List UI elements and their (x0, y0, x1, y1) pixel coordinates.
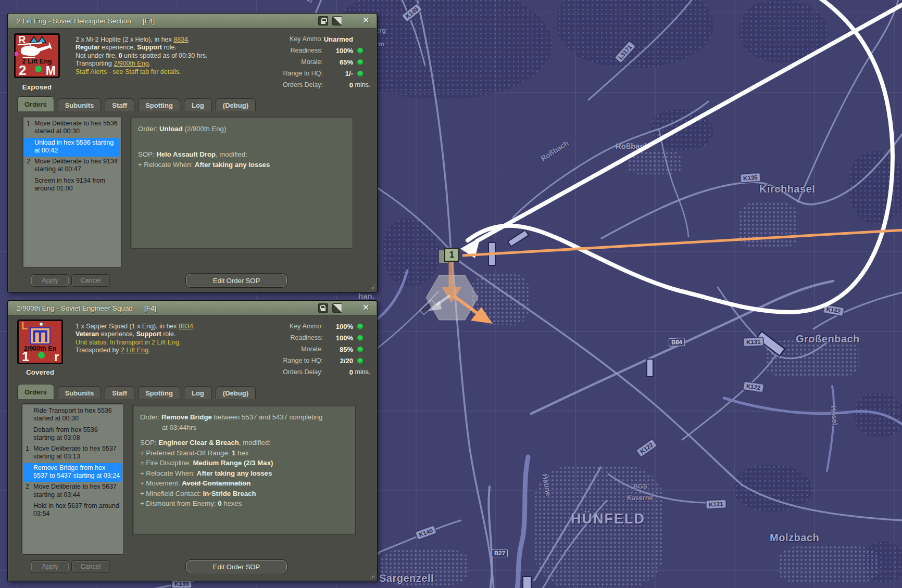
waypoint-marker[interactable]: 1 (444, 248, 459, 262)
counter-size-letter: M (46, 64, 56, 78)
order-item[interactable]: 1 Move Deliberate to hex 5537 starting a… (23, 444, 122, 463)
stat-row: Orders Delay: 0 mins. (283, 366, 373, 378)
unit-counter: L 2/900th En 1 r (17, 319, 63, 364)
posture-label: Exposed (14, 83, 60, 91)
tab-bar: OrdersSubunitsStaffSpottingLog(Debug) (17, 96, 256, 111)
window-titlebar[interactable]: 2/900th Eng - Soviet Engineer Squad [F4]… (8, 301, 377, 316)
window-title: 2 Lift Eng - Soviet Helicopter Section (17, 17, 131, 25)
resize-grip[interactable] (369, 573, 375, 579)
status-dot (357, 358, 363, 364)
counter-marker (15, 52, 18, 56)
unit-info-line: Unit status: InTransport in 2 Lift Eng. (76, 339, 253, 347)
tab[interactable]: Orders (17, 96, 54, 111)
fkey-label: [F4] (143, 17, 155, 25)
stat-row: Readiness: 100% (283, 45, 373, 56)
counter-strength: 1 (22, 349, 29, 365)
order-item[interactable]: Remove Bridge from hex 5537 to 5437 star… (23, 463, 122, 482)
tab[interactable]: Staff (105, 98, 134, 111)
order-item[interactable]: Ride Transport to hex 5536 started at 00… (23, 406, 122, 425)
stat-row: Morale: 65% (283, 56, 373, 68)
unit-info-line: Not under fire, 0 units spotted as of 00… (76, 52, 253, 60)
unit-stats: Key Ammo: 100% Readiness: 100% Morale: 8… (283, 321, 373, 378)
status-dot (357, 347, 363, 352)
unit-window-helicopter: 2 Lift Eng - Soviet Helicopter Section [… (7, 13, 378, 292)
tab[interactable]: (Debug) (216, 386, 256, 399)
unit-info-line: 2 x Mi-2 Hoplite (2 x Helo), in hex 8834… (76, 36, 253, 44)
order-details: Order: Remove Bridge between 5537 and 54… (132, 405, 356, 535)
status-dot (357, 71, 363, 76)
stat-row: Key Ammo: Unarmed (283, 33, 373, 45)
tab[interactable]: Subunits (58, 98, 102, 111)
unit-counter: R 2 Lift Eng 2 M (14, 33, 60, 78)
orders-list[interactable]: Ride Transport to hex 5536 started at 00… (21, 403, 124, 555)
stat-row: Readiness: 100% (283, 332, 373, 343)
tab[interactable]: Spotting (138, 386, 180, 399)
order-item[interactable]: Unload in hex 5536 starting at 00:42 (24, 138, 120, 157)
apply-button[interactable]: Apply (31, 561, 69, 572)
stat-row: Orders Delay: 0 mins. (283, 79, 373, 91)
order-item[interactable]: 2 Move Deliberate to hex 9134 starting a… (24, 157, 120, 176)
helicopter-route-white (468, 0, 902, 312)
tab[interactable]: (Debug) (216, 98, 256, 111)
unit-info-line: Transported by 2 Lift Eng. (76, 347, 253, 354)
apply-button[interactable]: Apply (31, 275, 69, 286)
game-map[interactable]: SteinK149berg1 mL3171RoßbachRoßbachK135K… (0, 0, 902, 588)
close-icon[interactable]: ✕ (362, 16, 369, 25)
status-dot (357, 48, 363, 54)
tab[interactable]: Log (184, 386, 212, 399)
window-title: 2/900th Eng - Soviet Engineer Squad (17, 304, 133, 312)
status-dot (357, 324, 363, 329)
counter-size-letter: r (54, 350, 59, 364)
unit-info-line: Regular experience, Support role. (76, 44, 253, 52)
tab[interactable]: Log (184, 98, 212, 111)
edit-order-sop-button[interactable]: Edit Order SOP (186, 560, 287, 573)
tab[interactable]: Spotting (138, 98, 180, 111)
posture-label: Covered (17, 368, 64, 376)
stat-row: Key Ammo: 100% (283, 321, 373, 332)
unit-info-line: Staff Alerts - see Staff tab for details… (76, 68, 253, 76)
helicopter-icon (17, 36, 57, 59)
counter-strength: 2 (19, 62, 26, 79)
order-item[interactable]: Debark from hex 5536 starting at 03:08 (23, 425, 122, 444)
order-item[interactable]: Hold in hex 5637 from around 03:54 (23, 501, 122, 520)
lock-icon[interactable] (318, 16, 328, 25)
unit-info: 1 x Sapper Squad (1 x Eng), in hex 8834.… (76, 323, 253, 355)
engineer-icon (30, 327, 51, 344)
stat-row: Morale: 85% (283, 343, 373, 355)
unit-window-engineer: 2/900th Eng - Soviet Engineer Squad [F4]… (7, 300, 378, 581)
tab[interactable]: Subunits (58, 386, 102, 399)
counter-top-dot (39, 322, 43, 326)
order-details: Order: Unload (2/900th Eng)SOP: Helo Ass… (130, 117, 353, 249)
tab[interactable]: Orders (17, 384, 54, 399)
order-item[interactable]: Screen in hex 9134 from around 01:00 (24, 176, 120, 195)
unit-info-line: Veteran experience, Support role. (76, 330, 253, 338)
status-dot (357, 335, 363, 341)
resize-grip[interactable] (369, 284, 375, 290)
counter-status-dot (35, 66, 42, 72)
status-dot (357, 59, 363, 65)
cancel-button[interactable]: Cancel (72, 561, 109, 572)
orders-list[interactable]: 1 Move Deliberate to hex 5536 started at… (22, 116, 122, 267)
order-item[interactable]: 1 Move Deliberate to hex 5536 started at… (24, 119, 120, 138)
unit-stats: Key Ammo: Unarmed Readiness: 100% Morale… (283, 33, 373, 91)
window-titlebar[interactable]: 2 Lift Eng - Soviet Helicopter Section [… (8, 14, 377, 29)
unlock-icon[interactable] (318, 303, 328, 313)
shade-icon[interactable] (332, 303, 342, 313)
movement-route-orange (428, 230, 902, 324)
tab-bar: OrdersSubunitsStaffSpottingLog(Debug) (17, 384, 256, 399)
tab[interactable]: Staff (105, 386, 134, 399)
close-icon[interactable]: ✕ (362, 303, 369, 312)
unit-info: 2 x Mi-2 Hoplite (2 x Helo), in hex 8834… (76, 36, 253, 76)
unit-info-line: 1 x Sapper Squad (1 x Eng), in hex 8834. (76, 323, 253, 330)
counter-quality-letter: L (21, 320, 28, 332)
shade-icon[interactable] (332, 16, 342, 25)
unit-info-line: Transporting 2/900th Eng. (76, 60, 253, 68)
counter-status-dot (38, 352, 45, 359)
order-item[interactable]: 2 Move Deliberate to hex 5637 starting a… (23, 482, 122, 501)
fkey-label: [F4] (144, 304, 156, 312)
stat-row: Range to HQ: 1/- (283, 68, 373, 79)
stat-row: Range to HQ: 2/20 (283, 355, 373, 366)
edit-order-sop-button[interactable]: Edit Order SOP (186, 274, 287, 287)
cancel-button[interactable]: Cancel (72, 275, 109, 286)
